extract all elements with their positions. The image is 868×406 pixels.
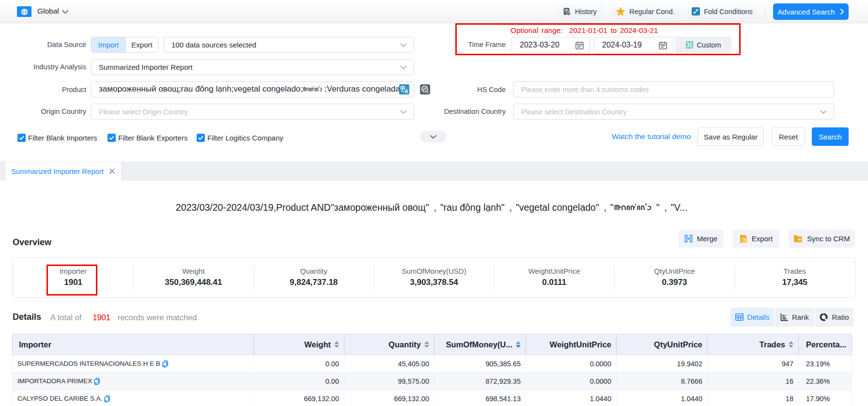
svg-text:A: A bbox=[404, 89, 408, 94]
